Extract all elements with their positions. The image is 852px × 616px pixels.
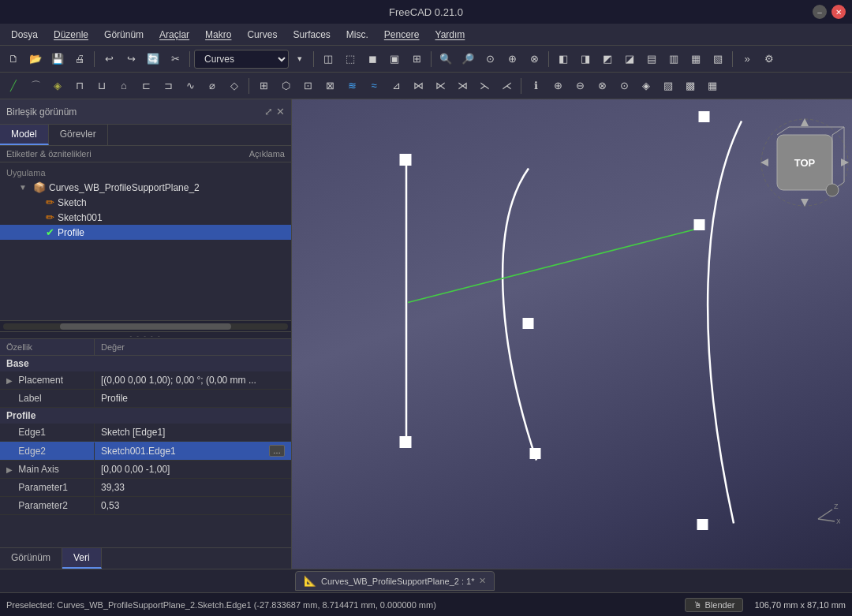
tb-view5[interactable]: ⊞: [406, 49, 427, 69]
edge2-more-btn[interactable]: …: [269, 445, 285, 457]
prop-row-param1[interactable]: Parameter1 39,33: [0, 479, 291, 497]
tb-3d6[interactable]: ▥: [663, 49, 684, 69]
tb2-7[interactable]: ⊏: [136, 76, 156, 96]
wb-arrow-down[interactable]: ▾: [290, 50, 309, 69]
tb2-17[interactable]: ≈: [364, 76, 384, 96]
tb-view2[interactable]: ⬚: [340, 49, 361, 69]
tb-3d3[interactable]: ◩: [597, 49, 618, 69]
viewport[interactable]: TOP Z X: [292, 99, 852, 569]
tb-view10[interactable]: ⊗: [524, 49, 544, 69]
tb2-1[interactable]: ╱: [3, 76, 24, 96]
tree-item-sketch[interactable]: ✏ Sketch: [0, 195, 291, 210]
tb-3d4[interactable]: ◪: [619, 49, 640, 69]
tb2-12[interactable]: ⊞: [253, 76, 274, 96]
tb-view3[interactable]: ◼: [362, 49, 383, 69]
expand-mainaxis[interactable]: ▶: [6, 465, 13, 474]
tb-view6[interactable]: 🔍: [435, 49, 456, 69]
nav-cube[interactable]: TOP: [757, 115, 836, 194]
tb2-3[interactable]: ◈: [47, 76, 68, 96]
tb2-22[interactable]: ⋋: [474, 76, 495, 96]
viewport-tab-main[interactable]: 📐 Curves_WB_ProfileSupportPlane_2 : 1* ✕: [295, 571, 495, 591]
tb2-9[interactable]: ∿: [180, 76, 200, 96]
tb-redo[interactable]: ↪: [121, 49, 141, 69]
tb-view7[interactable]: 🔎: [458, 49, 478, 69]
tab-model[interactable]: Model: [0, 125, 49, 145]
tb2-27[interactable]: ⊗: [592, 76, 612, 96]
menu-yardim[interactable]: Yardım: [428, 26, 473, 43]
prop-row-label[interactable]: Label Profile: [0, 390, 291, 408]
close-button[interactable]: ✕: [831, 5, 846, 19]
panel-resize-handle[interactable]: - - - - -: [0, 331, 291, 339]
tb2-23[interactable]: ⋌: [496, 76, 517, 96]
tb2-31[interactable]: ▩: [680, 76, 701, 96]
tb-view9[interactable]: ⊕: [502, 49, 522, 69]
menu-duzenle[interactable]: Düzenle: [46, 26, 96, 43]
workbench-select[interactable]: Curves Part Sketcher PartDesign: [194, 50, 289, 69]
prop-row-param2[interactable]: Parameter2 0,53: [0, 497, 291, 515]
minimize-button[interactable]: –: [813, 5, 827, 19]
tb2-5[interactable]: ⊔: [92, 76, 112, 96]
tb2-30[interactable]: ▨: [658, 76, 678, 96]
tb2-25[interactable]: ⊕: [547, 76, 568, 96]
tab-veri[interactable]: Veri: [62, 548, 102, 569]
tb2-28[interactable]: ⊙: [614, 76, 634, 96]
blender-button[interactable]: 🖱 Blender: [685, 598, 744, 612]
tb-view1[interactable]: ◫: [318, 49, 338, 69]
tb-3d7[interactable]: ▦: [686, 49, 706, 69]
prop-row-mainaxis[interactable]: ▶ Main Axis [0,00 0,00 -1,00]: [0, 461, 291, 479]
tb-3d1[interactable]: ◧: [553, 49, 574, 69]
prop-row-edge1[interactable]: Edge1 Sketch [Edge1]: [0, 424, 291, 442]
tb2-6[interactable]: ⌂: [114, 76, 134, 96]
tb-new[interactable]: 🗋: [3, 49, 24, 69]
tb-3d5[interactable]: ▤: [641, 49, 662, 69]
tb-save[interactable]: 💾: [47, 49, 68, 69]
tb2-2[interactable]: ⌒: [25, 76, 46, 96]
tb2-29[interactable]: ◈: [636, 76, 656, 96]
prop-row-placement[interactable]: ▶ Placement [(0,00 0,00 1,00); 0,00 °; (…: [0, 371, 291, 390]
panel-close-btn[interactable]: ✕: [276, 106, 285, 118]
tb-view8[interactable]: ⊙: [480, 49, 500, 69]
tree-item-profile[interactable]: ✔ Profile: [0, 225, 291, 240]
tb-refresh[interactable]: 🔄: [143, 49, 163, 69]
tb2-16[interactable]: ≋: [342, 76, 362, 96]
menu-surfaces[interactable]: Surfaces: [285, 26, 338, 43]
tb-print[interactable]: 🖨: [69, 49, 90, 69]
panel-expand-btn[interactable]: ⤢: [264, 106, 273, 118]
tb2-10[interactable]: ⌀: [202, 76, 222, 96]
menu-makro[interactable]: Makro: [197, 26, 239, 43]
menu-araclar[interactable]: Araçlar: [151, 26, 197, 43]
tb2-14[interactable]: ⊡: [297, 76, 318, 96]
tb2-8[interactable]: ⊐: [158, 76, 178, 96]
expand-placement[interactable]: ▶: [6, 376, 13, 385]
tb-undo[interactable]: ↩: [99, 49, 119, 69]
tb2-20[interactable]: ⋉: [430, 76, 450, 96]
tb2-11[interactable]: ◇: [224, 76, 245, 96]
tb2-24[interactable]: ℹ: [525, 76, 546, 96]
menu-misc[interactable]: Misc.: [338, 26, 376, 43]
viewport-tab-close[interactable]: ✕: [479, 576, 486, 586]
menu-gorunum[interactable]: Görünüm: [96, 26, 151, 43]
menu-dosya[interactable]: Dosya: [3, 26, 46, 43]
menu-pencere[interactable]: Pencere: [376, 26, 428, 43]
tab-gorevler[interactable]: Görevler: [49, 125, 108, 145]
tb-open[interactable]: 📂: [25, 49, 46, 69]
tree-item-doc[interactable]: ▼ 📦 Curves_WB_ProfileSupportPlane_2: [0, 180, 291, 195]
tb-3d8[interactable]: ▧: [708, 49, 728, 69]
tb2-32[interactable]: ▦: [702, 76, 723, 96]
tb-more[interactable]: »: [737, 49, 757, 69]
prop-row-edge2[interactable]: Edge2 Sketch001.Edge1 …: [0, 442, 291, 461]
tb2-18[interactable]: ⊿: [386, 76, 406, 96]
tb-settings[interactable]: ⚙: [759, 49, 779, 69]
tb-3d2[interactable]: ◨: [575, 49, 596, 69]
tb2-26[interactable]: ⊖: [570, 76, 590, 96]
tb2-13[interactable]: ⬡: [275, 76, 296, 96]
h-scrollbar[interactable]: [0, 320, 291, 331]
tb2-19[interactable]: ⋈: [408, 76, 428, 96]
menu-curves[interactable]: Curves: [239, 26, 285, 43]
tb2-21[interactable]: ⋊: [452, 76, 473, 96]
tb2-15[interactable]: ⊠: [320, 76, 340, 96]
tb-cut[interactable]: ✂: [165, 49, 185, 69]
tb2-4[interactable]: ⊓: [69, 76, 90, 96]
tb-view4[interactable]: ▣: [384, 49, 405, 69]
tree-item-sketch001[interactable]: ✏ Sketch001: [0, 210, 291, 225]
